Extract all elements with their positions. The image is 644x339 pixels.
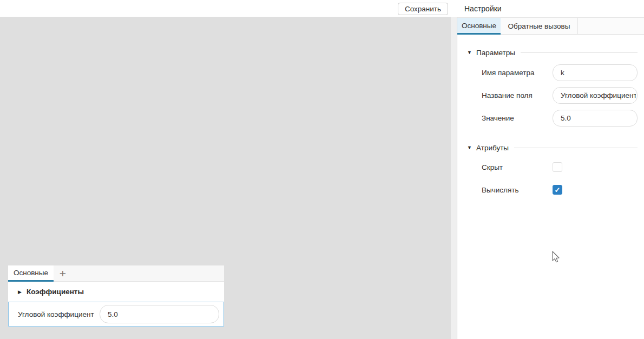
compute-checkbox[interactable]: ✓ (553, 185, 562, 195)
value-input[interactable] (553, 110, 638, 127)
field-row-field-title: Название поля (482, 87, 638, 104)
checkmark-icon: ✓ (555, 187, 561, 194)
field-title-label: Название поля (482, 91, 553, 99)
compute-label: Вычислять (482, 186, 553, 194)
field-title-input[interactable] (553, 87, 638, 104)
param-name-input[interactable] (553, 64, 638, 81)
field-label: Угловой коэффициент (18, 310, 100, 318)
hidden-checkbox[interactable] (553, 162, 562, 172)
section-title-atributy: Атрибуты (476, 144, 509, 152)
collapse-down-icon: ▼ (467, 145, 472, 150)
settings-title: Настройки (457, 0, 644, 18)
check-row-hidden: Скрыт (482, 162, 638, 172)
section-header-atributy[interactable]: ▼ Атрибуты (467, 143, 638, 152)
field-row-value: Значение (482, 110, 638, 127)
section-title-parametry: Параметры (476, 49, 515, 57)
section-divider (521, 52, 638, 53)
settings-tab-bar: Основные Обратные вызовы (457, 18, 644, 35)
check-row-compute: Вычислять ✓ (482, 185, 638, 195)
field-row-param-name: Имя параметра (482, 64, 638, 81)
value-label: Значение (482, 114, 553, 122)
form-preview-panel: Основные + ▶ Коэффициенты Угловой коэффи… (8, 265, 224, 327)
save-button[interactable]: Сохранить (398, 3, 448, 15)
field-row-selected[interactable]: Угловой коэффициент (8, 302, 224, 327)
coefficient-input[interactable] (100, 305, 219, 323)
canvas-toolbar: Сохранить (0, 0, 451, 17)
section-divider (514, 148, 638, 148)
collapse-right-icon: ▶ (18, 289, 22, 295)
form-tab-bar: Основные + (8, 265, 224, 282)
collapse-down-icon: ▼ (467, 50, 472, 55)
settings-panel: Настройки Основные Обратные вызовы ▼ Пар… (457, 0, 644, 339)
section-header-koefficienty[interactable]: ▶ Коэффициенты (8, 282, 224, 302)
app-root: Сохранить Основные + ▶ Коэффициенты Угло… (0, 0, 644, 339)
settings-content: ▼ Параметры Имя параметра Название поля … (457, 48, 644, 195)
settings-tab-osnovnye[interactable]: Основные (457, 18, 501, 35)
section-title: Коэффициенты (27, 288, 84, 296)
form-tab-osnovnye[interactable]: Основные (8, 265, 54, 282)
add-tab-button[interactable]: + (54, 265, 72, 281)
hidden-label: Скрыт (482, 163, 553, 171)
panel-resizer[interactable] (451, 0, 457, 339)
section-header-parametry[interactable]: ▼ Параметры (467, 48, 638, 57)
panel-resizer-top (451, 0, 457, 17)
param-name-label: Имя параметра (482, 69, 553, 77)
canvas-area: Сохранить Основные + ▶ Коэффициенты Угло… (0, 0, 451, 339)
settings-tab-callbacks[interactable]: Обратные вызовы (501, 18, 578, 34)
